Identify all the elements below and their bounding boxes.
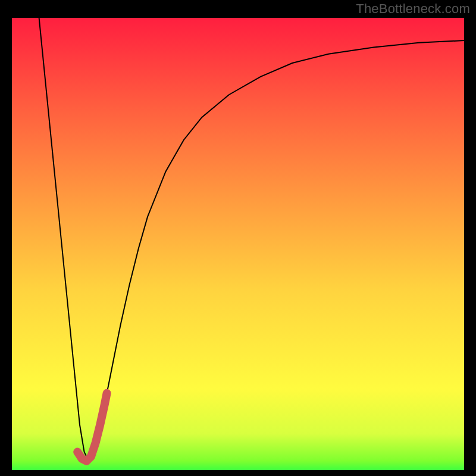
watermark-text: TheBottleneck.com	[356, 1, 470, 17]
plot-area	[12, 18, 464, 470]
chart-svg	[12, 18, 464, 470]
chart-frame: TheBottleneck.com	[0, 0, 476, 476]
gradient-background	[12, 18, 464, 470]
